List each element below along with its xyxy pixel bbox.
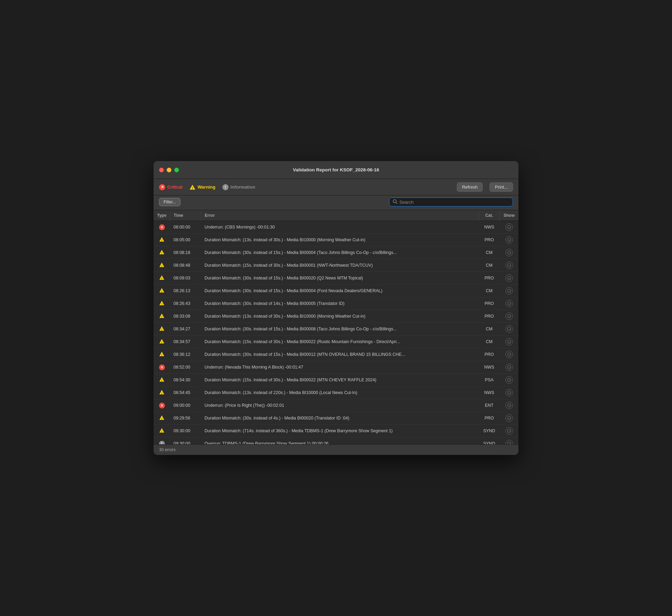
cell-time: 08:33:08 <box>170 310 201 323</box>
svg-line-37 <box>509 329 510 330</box>
show-button[interactable] <box>505 236 513 244</box>
cell-show <box>500 348 518 361</box>
warning-row-icon: ! <box>159 300 165 306</box>
cell-error: Duration Mismatch: (13s. instead of 30s.… <box>201 310 479 323</box>
minimize-button[interactable] <box>167 168 171 172</box>
cell-cat: PRO <box>479 297 500 310</box>
show-button[interactable] <box>505 325 513 333</box>
cell-error: Duration Mismatch: (15s. instead of 30s.… <box>201 259 479 272</box>
table-row: ! 08:34:57Duration Mismatch: (15s. inste… <box>154 336 518 348</box>
warning-row-icon: ! <box>159 377 165 382</box>
cell-cat: NWS <box>479 221 500 234</box>
critical-row-icon: ✕ <box>159 364 165 370</box>
svg-line-9 <box>509 240 510 241</box>
cell-type: ! <box>154 310 170 323</box>
show-button[interactable] <box>505 300 513 307</box>
close-button[interactable] <box>159 168 164 172</box>
warning-row-icon: ! <box>159 326 165 331</box>
show-button[interactable] <box>505 402 513 409</box>
cell-show <box>500 272 518 285</box>
show-button[interactable] <box>505 414 513 422</box>
header-error: Error <box>201 210 479 221</box>
filter-critical[interactable]: ✕ Critical <box>159 184 182 190</box>
warning-row-icon: ! <box>159 237 165 242</box>
show-button[interactable] <box>505 427 513 435</box>
svg-line-57 <box>509 405 510 406</box>
cell-type: ! <box>154 272 170 285</box>
cell-show <box>500 297 518 310</box>
table-row: ! 08:54:30Duration Mismatch: (15s. inste… <box>154 374 518 386</box>
cell-show <box>500 399 518 412</box>
table-body: ✕08:00:00Underrun: (CBS Mornings) -00:01… <box>154 221 518 445</box>
show-button[interactable] <box>505 274 513 282</box>
show-button[interactable] <box>505 363 513 371</box>
table-row: ! 08:34:27Duration Mismatch: (30s. inste… <box>154 323 518 336</box>
cell-time: 08:00:00 <box>170 221 201 234</box>
refresh-button[interactable]: Refresh <box>457 182 483 192</box>
cell-error: Duration Mismatch: (30s. instead of 15s.… <box>201 272 479 285</box>
table-row: ✕08:00:00Underrun: (CBS Mornings) -00:01… <box>154 221 518 234</box>
cell-show <box>500 386 518 399</box>
cell-show <box>500 234 518 246</box>
cell-error: Duration Mismatch: (30s. instead of 15s.… <box>201 246 479 259</box>
show-button[interactable] <box>505 249 513 256</box>
filter-warning[interactable]: ! Warning <box>189 184 216 190</box>
svg-line-5 <box>509 227 510 228</box>
toolbar-row2: Filter... <box>154 195 518 210</box>
cell-time: 08:26:13 <box>170 285 201 297</box>
filter-information[interactable]: ! Information <box>222 184 255 190</box>
svg-text:!: ! <box>161 379 162 382</box>
svg-line-3 <box>396 202 397 204</box>
cell-type: ! <box>154 297 170 310</box>
cell-cat: NWS <box>479 361 500 374</box>
show-button[interactable] <box>505 440 513 444</box>
table-row: ! 08:08:48Duration Mismatch: (15s. inste… <box>154 259 518 272</box>
show-button[interactable] <box>505 389 513 396</box>
table-row: ! 08:09:03Duration Mismatch: (30s. inste… <box>154 272 518 285</box>
cell-type: ✕ <box>154 399 170 412</box>
show-button[interactable] <box>505 376 513 384</box>
cell-error: Duration Mismatch: (30s. instead of 15s.… <box>201 323 479 336</box>
cell-type: ! <box>154 259 170 272</box>
cell-error: Underrun: (Price Is Right (The)) -00:02:… <box>201 399 479 412</box>
cell-time: 08:26:43 <box>170 297 201 310</box>
warning-row-icon: ! <box>159 339 165 344</box>
warning-row-icon: ! <box>159 262 165 268</box>
cell-time: 08:36:12 <box>170 348 201 361</box>
print-button[interactable]: Print... <box>490 182 513 192</box>
show-button[interactable] <box>505 351 513 358</box>
information-icon: ! <box>222 184 229 190</box>
warning-row-icon: ! <box>159 313 165 319</box>
cell-type: ✕ <box>154 221 170 234</box>
maximize-button[interactable] <box>174 168 179 172</box>
svg-text:!: ! <box>161 238 162 242</box>
warning-icon: ! <box>189 184 196 190</box>
show-button[interactable] <box>505 338 513 346</box>
window-title: Validation Report for KSOF_2028-06-16 <box>293 167 379 172</box>
show-button[interactable] <box>505 223 513 231</box>
svg-line-21 <box>509 278 510 279</box>
cell-type: ! <box>154 425 170 437</box>
error-count: 30 errors <box>159 447 176 452</box>
svg-text:!: ! <box>161 353 162 356</box>
table-row: ! 08:26:43Duration Mismatch: (30s. inste… <box>154 297 518 310</box>
show-button[interactable] <box>505 262 513 269</box>
search-input[interactable] <box>399 200 509 205</box>
show-button[interactable] <box>505 287 513 295</box>
toolbar-row1: ✕ Critical ! Warning ! Information Refre… <box>154 179 518 195</box>
svg-text:!: ! <box>161 289 162 293</box>
table-header: Type Time Error Cat. Show <box>154 210 518 221</box>
main-window: Validation Report for KSOF_2028-06-16 ✕ … <box>154 161 518 455</box>
svg-line-47 <box>509 367 510 368</box>
svg-line-13 <box>509 253 510 253</box>
cell-type: ! <box>154 374 170 386</box>
cell-show <box>500 374 518 386</box>
svg-text:!: ! <box>161 302 162 305</box>
filter-button[interactable]: Filter... <box>159 198 180 206</box>
svg-text:!: ! <box>161 277 162 280</box>
show-button[interactable] <box>505 312 513 320</box>
svg-line-41 <box>509 342 510 342</box>
table-row: ! 08:54:45Duration Mismatch: (13s. inste… <box>154 386 518 399</box>
cell-cat: CM <box>479 285 500 297</box>
svg-line-55 <box>509 393 510 393</box>
